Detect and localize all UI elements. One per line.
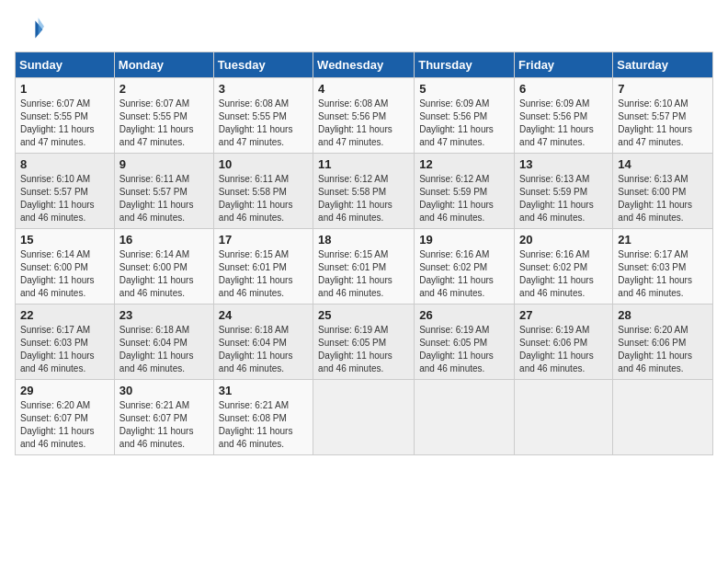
day-number: 25	[318, 308, 409, 322]
day-number: 31	[219, 384, 308, 397]
day-info: Sunrise: 6:07 AM Sunset: 5:55 PM Dayligh…	[119, 98, 209, 149]
calendar-cell: 4Sunrise: 6:08 AM Sunset: 5:56 PM Daylig…	[313, 78, 415, 154]
calendar-cell: 15Sunrise: 6:14 AM Sunset: 6:00 PM Dayli…	[16, 229, 115, 304]
day-info: Sunrise: 6:11 AM Sunset: 5:57 PM Dayligh…	[119, 173, 209, 224]
day-info: Sunrise: 6:07 AM Sunset: 5:55 PM Dayligh…	[20, 98, 109, 149]
calendar-week-row: 15Sunrise: 6:14 AM Sunset: 6:00 PM Dayli…	[16, 229, 713, 304]
day-header-monday: Monday	[114, 52, 213, 78]
day-header-saturday: Saturday	[613, 52, 713, 78]
calendar-cell: 2Sunrise: 6:07 AM Sunset: 5:55 PM Daylig…	[114, 78, 213, 154]
logo-icon	[15, 15, 44, 44]
calendar-cell	[515, 380, 613, 455]
calendar-cell	[415, 380, 515, 455]
calendar-cell: 18Sunrise: 6:15 AM Sunset: 6:01 PM Dayli…	[313, 229, 415, 304]
calendar-cell: 1Sunrise: 6:07 AM Sunset: 5:55 PM Daylig…	[16, 78, 115, 154]
calendar-cell: 6Sunrise: 6:09 AM Sunset: 5:56 PM Daylig…	[515, 78, 613, 154]
day-info: Sunrise: 6:09 AM Sunset: 5:56 PM Dayligh…	[519, 98, 608, 149]
day-number: 9	[119, 157, 209, 171]
day-info: Sunrise: 6:18 AM Sunset: 6:04 PM Dayligh…	[219, 324, 308, 375]
calendar-cell: 23Sunrise: 6:18 AM Sunset: 6:04 PM Dayli…	[114, 304, 213, 380]
calendar-cell: 30Sunrise: 6:21 AM Sunset: 6:07 PM Dayli…	[114, 380, 213, 455]
calendar-week-row: 22Sunrise: 6:17 AM Sunset: 6:03 PM Dayli…	[16, 304, 713, 380]
day-number: 18	[318, 233, 409, 247]
calendar-week-row: 1Sunrise: 6:07 AM Sunset: 5:55 PM Daylig…	[16, 78, 713, 154]
calendar-cell: 31Sunrise: 6:21 AM Sunset: 6:08 PM Dayli…	[213, 380, 313, 455]
day-info: Sunrise: 6:11 AM Sunset: 5:58 PM Dayligh…	[219, 173, 308, 224]
calendar-cell: 10Sunrise: 6:11 AM Sunset: 5:58 PM Dayli…	[213, 154, 313, 229]
day-number: 20	[519, 233, 608, 247]
day-header-sunday: Sunday	[16, 52, 115, 78]
day-info: Sunrise: 6:09 AM Sunset: 5:56 PM Dayligh…	[419, 98, 509, 149]
calendar-cell: 17Sunrise: 6:15 AM Sunset: 6:01 PM Dayli…	[213, 229, 313, 304]
calendar-cell: 28Sunrise: 6:20 AM Sunset: 6:06 PM Dayli…	[613, 304, 713, 380]
day-number: 13	[519, 157, 608, 171]
day-number: 27	[519, 308, 608, 322]
calendar-cell: 13Sunrise: 6:13 AM Sunset: 5:59 PM Dayli…	[515, 154, 613, 229]
day-info: Sunrise: 6:13 AM Sunset: 6:00 PM Dayligh…	[618, 173, 708, 224]
calendar-cell: 21Sunrise: 6:17 AM Sunset: 6:03 PM Dayli…	[613, 229, 713, 304]
calendar-week-row: 8Sunrise: 6:10 AM Sunset: 5:57 PM Daylig…	[16, 154, 713, 229]
day-number: 7	[618, 82, 708, 96]
day-info: Sunrise: 6:12 AM Sunset: 5:58 PM Dayligh…	[318, 173, 409, 224]
day-info: Sunrise: 6:08 AM Sunset: 5:55 PM Dayligh…	[219, 98, 308, 149]
day-info: Sunrise: 6:19 AM Sunset: 6:05 PM Dayligh…	[419, 324, 509, 375]
day-number: 2	[119, 82, 209, 96]
day-info: Sunrise: 6:20 AM Sunset: 6:06 PM Dayligh…	[618, 324, 708, 375]
day-info: Sunrise: 6:15 AM Sunset: 6:01 PM Dayligh…	[318, 248, 409, 300]
calendar-cell: 11Sunrise: 6:12 AM Sunset: 5:58 PM Dayli…	[313, 154, 415, 229]
day-number: 14	[618, 157, 708, 171]
day-info: Sunrise: 6:19 AM Sunset: 6:06 PM Dayligh…	[519, 324, 608, 375]
calendar-cell: 8Sunrise: 6:10 AM Sunset: 5:57 PM Daylig…	[16, 154, 115, 229]
day-info: Sunrise: 6:10 AM Sunset: 5:57 PM Dayligh…	[618, 98, 708, 149]
day-info: Sunrise: 6:12 AM Sunset: 5:59 PM Dayligh…	[419, 173, 509, 224]
calendar-cell: 14Sunrise: 6:13 AM Sunset: 6:00 PM Dayli…	[613, 154, 713, 229]
calendar-cell: 29Sunrise: 6:20 AM Sunset: 6:07 PM Dayli…	[16, 380, 115, 455]
svg-marker-1	[39, 17, 44, 35]
day-info: Sunrise: 6:16 AM Sunset: 6:02 PM Dayligh…	[419, 248, 509, 300]
day-number: 26	[419, 308, 509, 322]
calendar-cell: 16Sunrise: 6:14 AM Sunset: 6:00 PM Dayli…	[114, 229, 213, 304]
day-number: 19	[419, 233, 509, 247]
day-header-wednesday: Wednesday	[313, 52, 415, 78]
day-info: Sunrise: 6:13 AM Sunset: 5:59 PM Dayligh…	[519, 173, 608, 224]
calendar-cell: 9Sunrise: 6:11 AM Sunset: 5:57 PM Daylig…	[114, 154, 213, 229]
calendar-cell	[613, 380, 713, 455]
day-number: 10	[219, 157, 308, 171]
day-info: Sunrise: 6:16 AM Sunset: 6:02 PM Dayligh…	[519, 248, 608, 300]
calendar-cell: 5Sunrise: 6:09 AM Sunset: 5:56 PM Daylig…	[415, 78, 515, 154]
day-header-friday: Friday	[515, 52, 613, 78]
day-number: 8	[20, 157, 109, 171]
calendar-cell: 25Sunrise: 6:19 AM Sunset: 6:05 PM Dayli…	[313, 304, 415, 380]
calendar-cell: 3Sunrise: 6:08 AM Sunset: 5:55 PM Daylig…	[213, 78, 313, 154]
day-number: 22	[20, 308, 109, 322]
day-info: Sunrise: 6:21 AM Sunset: 6:07 PM Dayligh…	[119, 399, 209, 451]
day-info: Sunrise: 6:17 AM Sunset: 6:03 PM Dayligh…	[20, 324, 109, 375]
day-info: Sunrise: 6:10 AM Sunset: 5:57 PM Dayligh…	[20, 173, 109, 224]
day-info: Sunrise: 6:08 AM Sunset: 5:56 PM Dayligh…	[318, 98, 409, 149]
calendar-table: SundayMondayTuesdayWednesdayThursdayFrid…	[15, 52, 713, 455]
day-info: Sunrise: 6:21 AM Sunset: 6:08 PM Dayligh…	[219, 399, 308, 451]
day-number: 21	[618, 233, 708, 247]
calendar-cell: 20Sunrise: 6:16 AM Sunset: 6:02 PM Dayli…	[515, 229, 613, 304]
day-number: 17	[219, 233, 308, 247]
day-number: 23	[119, 308, 209, 322]
day-number: 15	[20, 233, 109, 247]
day-info: Sunrise: 6:15 AM Sunset: 6:01 PM Dayligh…	[219, 248, 308, 300]
calendar-cell: 24Sunrise: 6:18 AM Sunset: 6:04 PM Dayli…	[213, 304, 313, 380]
calendar-cell: 22Sunrise: 6:17 AM Sunset: 6:03 PM Dayli…	[16, 304, 115, 380]
day-number: 28	[618, 308, 708, 322]
day-number: 5	[419, 82, 509, 96]
day-number: 1	[20, 82, 109, 96]
day-number: 16	[119, 233, 209, 247]
page-header	[15, 15, 713, 44]
day-number: 3	[219, 82, 308, 96]
calendar-week-row: 29Sunrise: 6:20 AM Sunset: 6:07 PM Dayli…	[16, 380, 713, 455]
day-info: Sunrise: 6:18 AM Sunset: 6:04 PM Dayligh…	[119, 324, 209, 375]
day-info: Sunrise: 6:14 AM Sunset: 6:00 PM Dayligh…	[119, 248, 209, 300]
day-info: Sunrise: 6:19 AM Sunset: 6:05 PM Dayligh…	[318, 324, 409, 375]
calendar-cell: 12Sunrise: 6:12 AM Sunset: 5:59 PM Dayli…	[415, 154, 515, 229]
day-info: Sunrise: 6:17 AM Sunset: 6:03 PM Dayligh…	[618, 248, 708, 300]
day-info: Sunrise: 6:20 AM Sunset: 6:07 PM Dayligh…	[20, 399, 109, 451]
day-number: 24	[219, 308, 308, 322]
day-header-tuesday: Tuesday	[213, 52, 313, 78]
